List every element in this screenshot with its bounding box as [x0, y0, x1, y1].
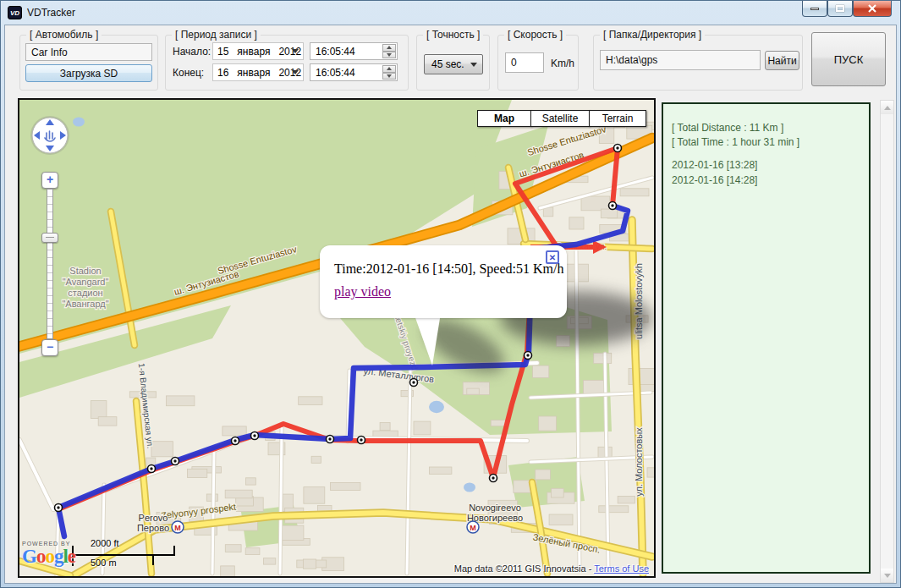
- load-sd-button[interactable]: Загрузка SD: [25, 64, 152, 82]
- group-period: [ Период записи ] Начало: 15 января 2012…: [165, 35, 409, 91]
- zoom-slider-handle[interactable]: [41, 233, 58, 243]
- waypoint-marker-dot: [492, 476, 494, 479]
- start-date-picker[interactable]: 15 января 2012: [212, 42, 304, 60]
- start-time-field[interactable]: 16:05:44: [310, 42, 398, 60]
- start-date-dropdown-icon[interactable]: [292, 49, 299, 53]
- start-run-button[interactable]: ПУСК: [811, 32, 886, 86]
- building: [263, 558, 275, 564]
- waypoint-marker-dot: [173, 459, 176, 462]
- maximize-button[interactable]: [827, 1, 853, 17]
- waypoint-marker-dot: [526, 354, 529, 356]
- zoom-control: + −: [41, 172, 58, 356]
- end-date-dropdown-icon[interactable]: [292, 70, 299, 74]
- building: [303, 559, 316, 569]
- bubble-time-text: Time:2012-01-16 [14:50], Speed:51 Km/h: [334, 261, 563, 277]
- group-speed-label: [ Скорость ]: [504, 29, 566, 41]
- track-entry[interactable]: 2012-01-16 [14:28]: [672, 174, 860, 186]
- building: [223, 426, 246, 436]
- app-icon: VD: [8, 6, 22, 19]
- waypoint-marker-dot: [57, 506, 59, 508]
- map-type-control: Map Satellite Terrain: [478, 110, 646, 127]
- car-info-field[interactable]: Car Info: [25, 43, 152, 61]
- bubble-close-button[interactable]: ✕: [546, 250, 559, 264]
- accuracy-dropdown-icon[interactable]: [470, 63, 477, 67]
- bubble-tail: [407, 313, 444, 367]
- group-folder: [ Папка/Директория ] H:\data\gps Найти: [593, 35, 803, 91]
- group-speed: [ Скорость ] 0 Km/h: [497, 35, 579, 91]
- start-time-spinner: [382, 44, 396, 58]
- close-icon: [867, 3, 877, 14]
- building: [187, 469, 206, 477]
- terms-of-use-link[interactable]: Terms of Use: [594, 563, 649, 574]
- speed-input[interactable]: 0: [505, 52, 544, 73]
- street-label: ул. Молостовых: [634, 427, 644, 497]
- map[interactable]: Shosse Entuziastovш. ЭнтузиастовShosse E…: [18, 98, 656, 578]
- start-label: Начало:: [173, 46, 211, 58]
- building: [91, 401, 107, 419]
- building: [429, 467, 452, 474]
- building: [536, 470, 551, 480]
- accuracy-combobox[interactable]: 45 sec.: [424, 54, 483, 74]
- group-accuracy: [ Точность ] 45 sec.: [416, 35, 490, 91]
- end-time-value: 16:05:44: [316, 67, 355, 79]
- end-date-value: 16 января 2012: [217, 67, 301, 79]
- building: [533, 365, 549, 377]
- building: [225, 545, 241, 552]
- building: [552, 488, 564, 497]
- building: [467, 388, 480, 394]
- map-type-satellite-button[interactable]: Satellite: [530, 110, 590, 127]
- map-attribution: Map data ©2011 GIS Innovatsia - Terms of…: [454, 563, 649, 574]
- group-car-label: [ Автомобиль ]: [26, 29, 102, 41]
- zoom-out-button[interactable]: −: [41, 339, 58, 356]
- end-time-spinner: [382, 65, 396, 80]
- play-video-link[interactable]: play video: [334, 284, 391, 299]
- building: [221, 566, 235, 576]
- scroll-up-button[interactable]: [881, 101, 893, 114]
- end-time-down-button[interactable]: [382, 73, 396, 80]
- window-title: VDTracker: [27, 7, 75, 19]
- metro-letter: М: [174, 524, 181, 532]
- group-accuracy-label: [ Точность ]: [423, 29, 483, 41]
- speed-unit-label: Km/h: [551, 58, 574, 69]
- zoom-track[interactable]: [47, 189, 53, 339]
- start-time-up-button[interactable]: [382, 44, 396, 52]
- end-time-up-button[interactable]: [382, 65, 396, 73]
- scroll-down-icon: [884, 574, 891, 578]
- google-logo[interactable]: POWERED BY Google: [22, 541, 75, 566]
- end-date-picker[interactable]: 16 января 2012: [212, 63, 304, 81]
- waypoint-marker-dot: [150, 467, 152, 470]
- scale-feet-label: 2000 ft: [91, 538, 119, 548]
- pan-control[interactable]: [25, 110, 75, 164]
- spin-up-icon: [387, 67, 392, 70]
- start-time-down-button[interactable]: [382, 52, 396, 59]
- title-bar: VD VDTracker: [1, 1, 900, 25]
- track-entry[interactable]: 2012-01-16 [13:28]: [672, 159, 860, 171]
- zoom-in-button[interactable]: +: [41, 172, 58, 189]
- building: [304, 487, 325, 504]
- map-type-map-button[interactable]: Map: [477, 110, 531, 127]
- map-type-terrain-button[interactable]: Terrain: [589, 110, 646, 127]
- building: [299, 397, 322, 405]
- waypoint-marker-dot: [233, 439, 236, 442]
- street-label: "Авангард": [62, 299, 108, 309]
- close-button[interactable]: [853, 1, 892, 17]
- street-label: "Avangard": [63, 277, 109, 287]
- waypoint-marker-dot: [253, 434, 255, 437]
- building: [246, 478, 256, 485]
- building: [330, 483, 360, 491]
- street-label: Novogireevo: [469, 503, 521, 513]
- group-car: [ Автомобиль ] Car Info Загрузка SD: [19, 35, 158, 91]
- scroll-down-button[interactable]: [881, 569, 893, 582]
- find-button[interactable]: Найти: [765, 51, 799, 70]
- end-time-field[interactable]: 16:05:44: [310, 63, 398, 81]
- building: [569, 217, 584, 229]
- vertical-scrollbar[interactable]: [880, 100, 894, 583]
- street-label: Perovo: [139, 513, 168, 523]
- building: [245, 548, 260, 555]
- folder-path-input[interactable]: H:\data\gps: [600, 50, 761, 70]
- spin-up-icon: [387, 46, 392, 49]
- start-date-value: 15 января 2012: [217, 46, 301, 58]
- waypoint-marker-dot: [328, 437, 331, 440]
- scroll-up-icon: [884, 106, 891, 110]
- minimize-button[interactable]: [802, 1, 827, 17]
